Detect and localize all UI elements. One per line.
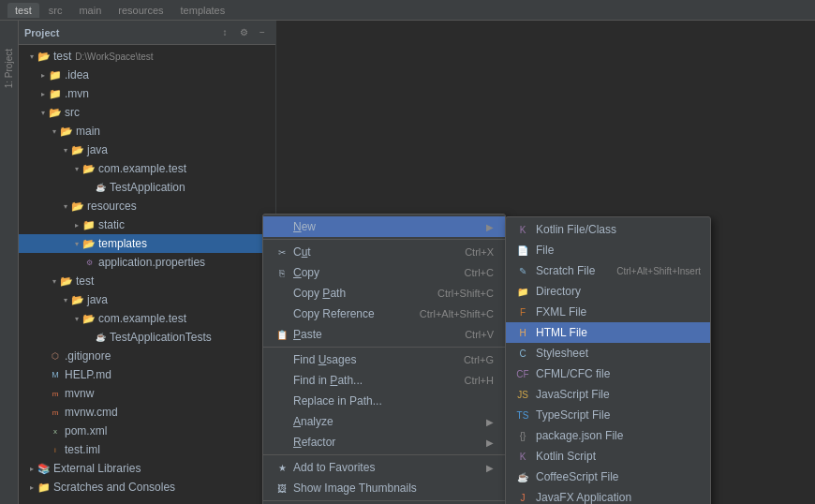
shortcut-paste: Ctrl+V <box>465 329 494 340</box>
submenu-html-file[interactable]: H HTML File <box>506 322 710 343</box>
menu-item-favorites[interactable]: ★ Add to Favorites ▶ <box>263 457 505 478</box>
submenu-packagejson[interactable]: {} package.json File <box>506 425 710 446</box>
tree-item-test-application[interactable]: ☕ TestApplication <box>19 178 275 197</box>
tab-resources[interactable]: resources <box>111 3 170 18</box>
separator2 <box>263 347 505 348</box>
tree-item-src[interactable]: src <box>19 103 275 122</box>
tab-templates[interactable]: templates <box>173 3 233 18</box>
coffee-icon: ☕ <box>515 469 530 484</box>
tree-item-idea[interactable]: .idea <box>19 66 275 84</box>
arrow-com-example2 <box>71 313 82 324</box>
tree-item-help[interactable]: M HELP.md <box>19 365 275 384</box>
arrow-test-dir <box>49 275 60 287</box>
submenu-cfml[interactable]: CF CFML/CFC file <box>506 363 710 384</box>
menu-item-thumbnails[interactable]: 🖼 Show Image Thumbnails <box>263 478 505 498</box>
menu-label-paste: Paste <box>293 328 446 341</box>
folder-icon-mvn <box>49 87 62 100</box>
submenu-javafx[interactable]: J JavaFX Application <box>506 487 710 504</box>
menu-item-find-usages[interactable]: Find Usages Ctrl+G <box>263 349 505 370</box>
menu-label-thumbnails: Show Image Thumbnails <box>293 482 494 495</box>
tree-item-appprops[interactable]: ⚙ application.properties <box>19 253 275 272</box>
menu-item-paste[interactable]: 📋 Paste Ctrl+V <box>263 324 505 345</box>
menu-item-replace-path[interactable]: Replace in Path... <box>263 391 505 411</box>
tab-test[interactable]: test <box>7 3 39 18</box>
tree-item-external-libs[interactable]: 📚 External Libraries <box>19 459 275 478</box>
sub-shortcut-scratch: Ctrl+Alt+Shift+Insert <box>616 266 701 276</box>
tree-item-resources[interactable]: resources <box>19 197 275 215</box>
file-tree: test D:\WorkSpace\test .idea .mvn <box>19 45 275 504</box>
menu-item-cut[interactable]: ✂ Cut Ctrl+X <box>263 242 505 262</box>
menu-item-copy[interactable]: ⎘ Copy Ctrl+C <box>263 262 505 283</box>
tree-item-testiml[interactable]: i test.iml <box>19 440 275 459</box>
tree-item-gitignore[interactable]: ⬡ .gitignore <box>19 347 275 365</box>
favorites-icon: ★ <box>274 460 289 475</box>
gear-icon[interactable]: ⚙ <box>236 25 251 40</box>
tree-item-mvnwcmd[interactable]: m mvnw.cmd <box>19 403 275 422</box>
arrow-scratches <box>26 482 37 493</box>
arrow-com-example <box>71 163 82 174</box>
submenu-javascript[interactable]: JS JavaScript File <box>506 384 710 405</box>
menu-item-new[interactable]: New ▶ K Kotlin File/Class 📄 File ✎ Scrat… <box>263 216 505 237</box>
sub-label-coffee: CoffeeScript File <box>536 470 701 483</box>
tree-item-mvnw[interactable]: m mvnw <box>19 384 275 403</box>
tree-item-pom[interactable]: x pom.xml <box>19 422 275 440</box>
tree-item-java2[interactable]: java <box>19 290 275 309</box>
item-label-com-example2: com.example.test <box>98 312 186 325</box>
tree-item-com-example[interactable]: com.example.test <box>19 159 275 178</box>
tree-item-static[interactable]: static <box>19 215 275 234</box>
folder-icon-test <box>37 50 51 63</box>
submenu-directory[interactable]: 📁 Directory <box>506 281 710 302</box>
tree-item-templates[interactable]: templates <box>19 234 275 253</box>
menu-label-cut: Cut <box>293 245 446 259</box>
context-menu: New ▶ K Kotlin File/Class 📄 File ✎ Scrat… <box>262 214 506 504</box>
tree-item-mvn[interactable]: .mvn <box>19 84 275 103</box>
item-label-tests: TestApplicationTests <box>110 331 212 344</box>
arrow-idea <box>37 69 49 81</box>
menu-label-refactor: Refactor <box>293 436 479 449</box>
sub-label-stylesheet: Stylesheet <box>536 347 701 360</box>
menu-item-refactor[interactable]: Refactor ▶ <box>263 432 505 452</box>
menu-item-copy-ref[interactable]: Copy Reference Ctrl+Alt+Shift+C <box>263 304 505 324</box>
tree-item-com-example2[interactable]: com.example.test <box>19 309 275 328</box>
xml-icon-pom: x <box>49 424 62 437</box>
kotlin-icon: K <box>515 222 530 237</box>
submenu-coffeescript[interactable]: ☕ CoffeeScript File <box>506 467 710 487</box>
menu-item-analyze[interactable]: Analyze ▶ <box>263 411 505 432</box>
submenu-kotlin-file[interactable]: K Kotlin File/Class <box>506 219 710 240</box>
minimize-icon[interactable]: − <box>255 25 270 40</box>
tree-item-main[interactable]: main <box>19 122 275 141</box>
item-label-com-example: com.example.test <box>98 162 186 175</box>
tree-item-test-root[interactable]: test D:\WorkSpace\test <box>19 47 275 66</box>
menu-item-copy-path[interactable]: Copy Path Ctrl+Shift+C <box>263 283 505 304</box>
analyze-arrow: ▶ <box>486 417 494 427</box>
submenu-scratch-file[interactable]: ✎ Scratch File Ctrl+Alt+Shift+Insert <box>506 260 710 281</box>
menu-item-find-path[interactable]: Find in Path... Ctrl+H <box>263 370 505 391</box>
folder-icon-static <box>82 218 96 231</box>
tree-item-test-tests[interactable]: ☕ TestApplicationTests <box>19 328 275 347</box>
menu-label-copy-path: Copy Path <box>293 287 419 300</box>
tab-src[interactable]: src <box>41 3 70 18</box>
submenu-kotlin-script[interactable]: K Kotlin Script <box>506 446 710 467</box>
submenu-fxml[interactable]: F FXML File <box>506 302 710 322</box>
tree-item-test-dir[interactable]: test <box>19 272 275 290</box>
submenu-stylesheet[interactable]: C Stylesheet <box>506 343 710 363</box>
separator4 <box>263 500 505 501</box>
tab-main[interactable]: main <box>71 3 109 18</box>
item-label-testiml: test.iml <box>65 443 100 456</box>
iml-icon: i <box>49 443 62 456</box>
sub-label-kts: Kotlin Script <box>536 450 701 463</box>
shortcut-find-path: Ctrl+H <box>465 375 494 386</box>
folder-icon-com-example2 <box>82 312 96 325</box>
js-icon: JS <box>515 387 530 402</box>
tree-item-java[interactable]: java <box>19 141 275 159</box>
file-icon: 📄 <box>515 243 530 258</box>
shortcut-copy-ref: Ctrl+Alt+Shift+C <box>420 308 494 319</box>
submenu-typescript[interactable]: TS TypeScript File <box>506 405 710 425</box>
folder-icon-idea <box>49 68 62 82</box>
tree-item-scratches[interactable]: Scratches and Consoles <box>19 478 275 497</box>
find-usages-icon <box>274 352 289 367</box>
submenu-file[interactable]: 📄 File <box>506 240 710 260</box>
mvn-icon2: m <box>49 406 62 419</box>
collapse-icon[interactable]: ↕ <box>217 25 232 40</box>
sub-label-kotlin: Kotlin File/Class <box>536 223 701 236</box>
